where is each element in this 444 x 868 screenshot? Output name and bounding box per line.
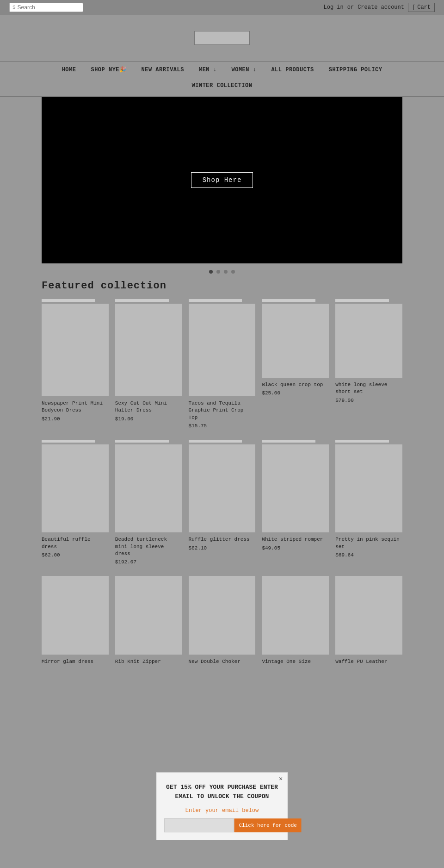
product-card[interactable]: White long sleeve short set $79.00 xyxy=(335,299,402,429)
nav-women[interactable]: WOMEN ↓ xyxy=(224,62,264,78)
product-name: Newspaper Print Mini Bodycon Dress xyxy=(42,400,109,414)
search-icon: $ xyxy=(12,5,16,10)
product-img-label xyxy=(42,299,95,302)
product-image xyxy=(42,304,109,396)
nav-row-2: WINTER COLLECTION xyxy=(42,78,402,96)
product-price: $192.07 xyxy=(115,559,182,565)
product-card[interactable]: Black queen crop top $25.00 xyxy=(262,299,329,429)
product-name: Mirror glam dress xyxy=(42,658,109,665)
product-img-label xyxy=(42,440,95,443)
product-image xyxy=(262,576,329,655)
search-input[interactable] xyxy=(18,4,80,11)
nav-shop-nye[interactable]: SHOP NYE🎉 xyxy=(83,62,134,78)
create-account-link[interactable]: Create account xyxy=(358,4,404,11)
nav-row-1: HOME SHOP NYE🎉 NEW ARRIVALS MEN ↓ WOMEN … xyxy=(42,62,402,78)
product-name: New Double Choker xyxy=(189,658,256,665)
email-popup: × GET 15% OFF YOUR PURCHASE ENTER EMAIL … xyxy=(156,772,288,840)
cart-bracket-left: [ xyxy=(412,4,415,11)
nav-all-products[interactable]: ALL PRODUCTS xyxy=(264,62,321,78)
shop-here-button[interactable]: Shop Here xyxy=(191,172,253,188)
nav-new-arrivals[interactable]: NEW ARRIVALS xyxy=(134,62,191,78)
product-img-label xyxy=(262,299,315,302)
popup-submit-button[interactable]: Click here for code xyxy=(234,818,302,832)
product-price: $82.10 xyxy=(189,545,256,551)
product-img-label xyxy=(189,299,242,302)
product-img-label xyxy=(115,440,169,443)
product-price: $49.05 xyxy=(262,545,329,551)
logo-area xyxy=(0,15,444,61)
product-card[interactable]: Newspaper Print Mini Bodycon Dress $21.9… xyxy=(42,299,109,429)
product-image xyxy=(262,444,329,532)
cart-label: Cart xyxy=(417,4,431,11)
carousel-dots xyxy=(0,263,444,280)
top-bar: $ Log in or Create account [ Cart xyxy=(0,0,444,15)
featured-title: Featured collection xyxy=(42,280,402,292)
carousel-dot-4[interactable] xyxy=(231,270,235,274)
product-card[interactable]: Pretty in pink sequin set $69.64 xyxy=(335,440,402,565)
carousel-dot-2[interactable] xyxy=(216,270,220,274)
carousel-dot-1[interactable] xyxy=(209,270,213,274)
product-img-label xyxy=(335,299,389,302)
product-image xyxy=(42,576,109,655)
product-img-label xyxy=(335,440,389,443)
product-name: White long sleeve short set xyxy=(335,381,402,396)
product-card[interactable]: White striped romper $49.05 xyxy=(262,440,329,565)
product-image xyxy=(115,304,182,396)
product-card[interactable]: New Double Choker xyxy=(189,576,256,667)
product-price: $25.00 xyxy=(262,390,329,396)
products-row-3: Mirror glam dress Rib Knit Zipper New Do… xyxy=(42,576,402,667)
popup-close-button[interactable]: × xyxy=(279,775,283,783)
product-price: $69.64 xyxy=(335,552,402,558)
product-name: Tacos and Tequila Graphic Print Crop Top xyxy=(189,400,256,421)
product-card[interactable]: Beaded turtleneck mini long sleeve dress… xyxy=(115,440,182,565)
product-image xyxy=(335,304,402,378)
product-card[interactable]: Ruffle glitter dress $82.10 xyxy=(189,440,256,565)
product-card[interactable]: Waffle PU Leather xyxy=(335,576,402,667)
nav-home[interactable]: HOME xyxy=(55,62,84,78)
main-nav: HOME SHOP NYE🎉 NEW ARRIVALS MEN ↓ WOMEN … xyxy=(0,61,444,97)
product-image xyxy=(115,576,182,655)
product-image xyxy=(42,444,109,532)
product-image xyxy=(189,304,256,396)
products-row-2: Beautiful ruffle dress $62.00 Beaded tur… xyxy=(42,440,402,565)
popup-email-row: Click here for code xyxy=(164,818,280,832)
product-price: $62.00 xyxy=(42,552,109,558)
product-name: Beaded turtleneck mini long sleeve dress xyxy=(115,536,182,557)
product-name: Vintage One Size xyxy=(262,658,329,665)
product-name: Black queen crop top xyxy=(262,381,329,388)
product-name: White striped romper xyxy=(262,536,329,543)
hero-banner: Shop Here xyxy=(42,97,402,263)
product-card[interactable]: Sexy Cut Out Mini Halter Dress $19.00 xyxy=(115,299,182,429)
product-img-label xyxy=(115,299,169,302)
product-price: $15.75 xyxy=(189,423,256,429)
product-price: $21.90 xyxy=(42,416,109,422)
product-card[interactable]: Mirror glam dress xyxy=(42,576,109,667)
product-image xyxy=(189,444,256,532)
nav-winter-collection[interactable]: WINTER COLLECTION xyxy=(185,78,260,94)
product-card[interactable]: Beautiful ruffle dress $62.00 xyxy=(42,440,109,565)
product-name: Sexy Cut Out Mini Halter Dress xyxy=(115,400,182,414)
popup-subtitle: Enter your email below xyxy=(164,807,280,814)
product-card[interactable]: Vintage One Size xyxy=(262,576,329,667)
product-name: Ruffle glitter dress xyxy=(189,536,256,543)
product-card[interactable]: Tacos and Tequila Graphic Print Crop Top… xyxy=(189,299,256,429)
carousel-dot-3[interactable] xyxy=(224,270,228,274)
featured-section: Featured collection Newspaper Print Mini… xyxy=(0,280,444,668)
product-image xyxy=(189,576,256,655)
login-link[interactable]: Log in xyxy=(324,4,344,11)
search-wrapper[interactable]: $ xyxy=(9,3,83,12)
product-image xyxy=(115,444,182,532)
logo[interactable] xyxy=(194,31,250,45)
products-row-1: Newspaper Print Mini Bodycon Dress $21.9… xyxy=(42,299,402,429)
product-image xyxy=(262,304,329,378)
nav-men[interactable]: MEN ↓ xyxy=(191,62,224,78)
product-image xyxy=(335,444,402,532)
popup-email-input[interactable] xyxy=(164,818,234,832)
product-card[interactable]: Rib Knit Zipper xyxy=(115,576,182,667)
cart-button[interactable]: [ Cart xyxy=(408,3,435,12)
or-text: or xyxy=(347,4,354,11)
top-bar-right: Log in or Create account [ Cart xyxy=(324,3,435,12)
product-name: Waffle PU Leather xyxy=(335,658,402,665)
nav-shipping-policy[interactable]: SHIPPING POLICY xyxy=(321,62,390,78)
product-name: Pretty in pink sequin set xyxy=(335,536,402,550)
